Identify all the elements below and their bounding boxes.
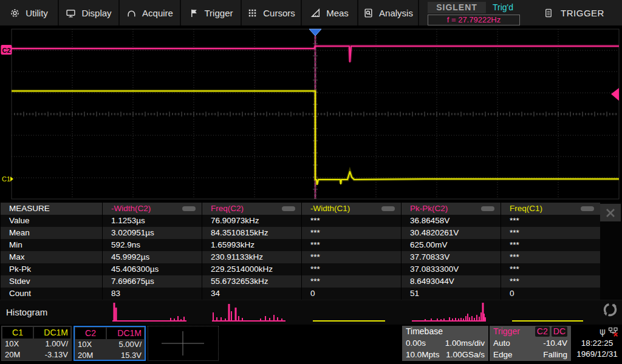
measure-value-cell: 0 [301, 288, 401, 300]
measure-column-label: Freq(C2) [211, 203, 244, 215]
measure-row-label: Stdev [0, 275, 102, 288]
channel1-bandwidth: 20M [5, 349, 20, 360]
remove-measurement-button[interactable] [282, 206, 295, 211]
bottom-status-bar: C1 DC1M 10X 1.00V/ 20M -3.13V C2 DC1M 10… [0, 325, 622, 364]
measure-value-cell: 3.020951µs [102, 227, 202, 239]
svg-text:C1: C1 [2, 175, 10, 183]
acquisition-status-box: SIGLENT Trig'd f = 27.79222Hz [428, 2, 520, 25]
measure-value-cell: 0 [501, 288, 600, 300]
measure-column-header[interactable]: Freq(C1) [501, 203, 600, 215]
measure-value-cell: 34 [202, 288, 301, 300]
measure-value-cell: 36.86458V [401, 215, 501, 227]
siglent-logo: SIGLENT [428, 2, 486, 13]
measure-column-header[interactable]: -Width(C2) [102, 203, 202, 215]
trigger-box[interactable]: Trigger C2 DC Auto -10.4V Edge Falling [490, 326, 571, 361]
refresh-icon [602, 302, 618, 318]
flag-icon [189, 8, 199, 18]
remove-measurement-button[interactable] [381, 206, 395, 211]
histogram-cell [112, 303, 186, 321]
measure-column-label: Freq(C1) [510, 203, 542, 215]
menu-analysis[interactable]: Analysis [358, 0, 419, 25]
measure-value-cell: 76.90973kHz [202, 215, 301, 227]
measure-value-cell: *** [501, 227, 600, 239]
trigger-level: -10.4V [543, 337, 567, 349]
measure-value-cell: 83 [102, 288, 202, 300]
channel2-offset: 15.3V [121, 350, 142, 361]
channel2-coupling: DC1M [107, 328, 144, 339]
measure-value-cell: 84.3510815kHz [202, 227, 301, 239]
channel2-attenuation: 10X [78, 339, 92, 350]
waveform-plot: C2C1 [0, 27, 622, 203]
measure-value-cell: 229.2514000kHz [202, 263, 301, 275]
measure-value-cell: *** [301, 263, 401, 275]
trigger-source-badge: C2 [535, 326, 550, 337]
clock-time: 18:22:25 [572, 338, 622, 349]
measure-value-cell: 1.1253µs [102, 215, 202, 227]
trigger-type: Edge [493, 349, 513, 360]
timebase-box[interactable]: Timebase 0.00s 1.00ms/div 10.0Mpts 1.00G… [402, 326, 488, 361]
list-icon [544, 7, 553, 18]
measure-value-cell: 30.4820261V [401, 227, 501, 239]
close-measure-button[interactable] [600, 204, 621, 221]
trigger-slope: Falling [543, 349, 567, 360]
trigger-status-badge: Trig'd [486, 2, 520, 13]
measure-column-header[interactable]: Pk-Pk(C2) [401, 203, 501, 215]
menu-meas[interactable]: Meas [302, 0, 358, 25]
reset-statistics-button[interactable] [602, 302, 618, 320]
measure-value-cell: 7.696675µs [102, 275, 202, 288]
measure-value-cell: 230.91133kHz [202, 251, 301, 263]
histogram-plot [0, 300, 622, 325]
histogram-strip: Histogram [0, 300, 622, 325]
remove-measurement-button[interactable] [581, 206, 594, 211]
menu-display-label: Display [81, 8, 111, 18]
measure-value-cell: *** [301, 227, 401, 239]
menu-trigger-panel[interactable]: TRIGGER [526, 0, 622, 25]
channel2-descriptor-box[interactable]: C2 DC1M 10X 5.00V/ 20M 15.3V [73, 326, 146, 361]
remove-measurement-button[interactable] [182, 206, 196, 211]
svg-text:C2: C2 [2, 47, 10, 54]
measure-value-cell: *** [301, 239, 401, 251]
acquire-icon [126, 8, 137, 18]
menu-meas-label: Meas [326, 8, 349, 18]
menu-acquire[interactable]: Acquire [120, 0, 181, 25]
histogram-cell [212, 304, 285, 321]
measure-value-cell: 37.70833V [401, 251, 501, 263]
menu-cursors[interactable]: Cursors [242, 0, 302, 25]
measure-column-label: -Width(C1) [310, 203, 350, 215]
c2-offset-marker[interactable]: C2 [1, 45, 12, 55]
channel2-bandwidth: 20M [78, 350, 93, 361]
lan-disconnected-icon [608, 327, 618, 337]
measure-column-header[interactable]: Freq(C2) [202, 203, 301, 215]
channel1-descriptor-box[interactable]: C1 DC1M 10X 1.00V/ 20M -3.13V [1, 326, 72, 361]
usb-icon: ψ [600, 326, 606, 337]
measure-value-cell: *** [301, 251, 401, 263]
menu-cursors-label: Cursors [263, 8, 295, 18]
menu-analysis-label: Analysis [379, 8, 413, 18]
timebase-samplerate: 1.00GSa/s [446, 349, 485, 360]
measure-value-cell: *** [301, 275, 401, 288]
measure-value-cell: 51 [401, 288, 501, 300]
histogram-cell [412, 303, 486, 321]
trigger-level-marker[interactable] [611, 88, 619, 101]
menu-trigger[interactable]: Trigger [181, 0, 242, 25]
channel1-offset: -3.13V [45, 349, 68, 360]
measure-row-label: Mean [0, 227, 102, 239]
trigger-title: Trigger [493, 326, 520, 337]
remove-measurement-button[interactable] [481, 206, 494, 211]
measure-row-label: Min [0, 239, 102, 251]
measure-table-title: MEASURE [0, 203, 102, 215]
measure-column-header[interactable]: -Width(C1) [301, 203, 401, 215]
menu-display[interactable]: Display [59, 0, 120, 25]
frequency-counter-readout: f = 27.79222Hz [428, 15, 520, 25]
measure-value-cell: 55.6732653kHz [202, 275, 301, 288]
oscilloscope-screen: Utility Display Acquire Trigger [0, 0, 622, 364]
measure-value-cell: 45.9992µs [102, 251, 202, 263]
measure-value-cell: *** [501, 263, 600, 275]
measure-title-label: MEASURE [9, 203, 50, 215]
measure-value-cell: *** [501, 239, 600, 251]
add-channel-box[interactable] [148, 326, 219, 361]
trigger-coupling-badge: DC [552, 326, 567, 337]
menu-utility[interactable]: Utility [0, 0, 59, 25]
trigger-position-marker[interactable] [309, 29, 321, 36]
waveform-display-area[interactable]: C2C1 [0, 27, 622, 203]
